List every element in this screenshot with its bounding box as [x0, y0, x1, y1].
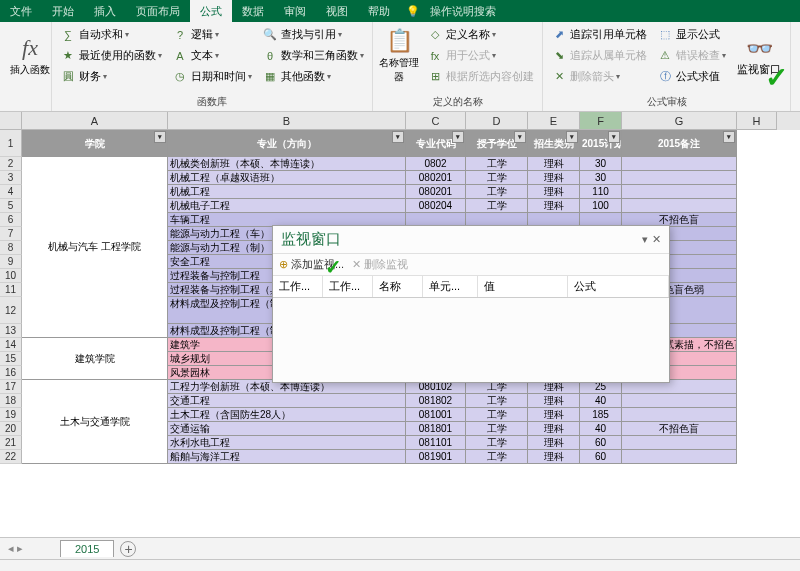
- filter-button[interactable]: ▾: [154, 131, 166, 143]
- select-all-corner[interactable]: [0, 112, 22, 130]
- add-sheet-button[interactable]: +: [120, 541, 136, 557]
- data-cell[interactable]: 60: [580, 450, 622, 464]
- data-cell[interactable]: 工学: [466, 408, 528, 422]
- col-header-H[interactable]: H: [737, 112, 777, 130]
- data-cell[interactable]: 理科: [528, 422, 580, 436]
- data-cell[interactable]: 30: [580, 171, 622, 185]
- tab-layout[interactable]: 页面布局: [126, 0, 190, 22]
- filter-button[interactable]: ▾: [566, 131, 578, 143]
- data-cell[interactable]: 交通运输: [168, 422, 406, 436]
- row-header[interactable]: 3: [0, 171, 22, 185]
- data-cell[interactable]: 机械电子工程: [168, 199, 406, 213]
- other-button[interactable]: ▦其他函数▾: [260, 66, 366, 87]
- data-cell[interactable]: [622, 394, 737, 408]
- row-header[interactable]: 20: [0, 422, 22, 436]
- header-F[interactable]: 2015计划▾: [580, 130, 622, 157]
- watch-col-sheet[interactable]: 工作...: [323, 276, 373, 297]
- data-cell[interactable]: 理科: [528, 408, 580, 422]
- row-header[interactable]: 22: [0, 450, 22, 464]
- tab-insert[interactable]: 插入: [84, 0, 126, 22]
- watch-col-formula[interactable]: 公式: [568, 276, 669, 297]
- row-header[interactable]: 11: [0, 283, 22, 297]
- row-header[interactable]: 7: [0, 227, 22, 241]
- tab-review[interactable]: 审阅: [274, 0, 316, 22]
- lookup-button[interactable]: 🔍查找与引用▾: [260, 24, 366, 45]
- data-cell[interactable]: [622, 157, 737, 171]
- data-cell[interactable]: 40: [580, 422, 622, 436]
- col-header-D[interactable]: D: [466, 112, 528, 130]
- recent-button[interactable]: ★最近使用的函数▾: [58, 45, 164, 66]
- filter-button[interactable]: ▾: [608, 131, 620, 143]
- dropdown-icon[interactable]: ▾: [642, 233, 648, 246]
- use-formula-button[interactable]: fx用于公式▾: [425, 45, 536, 66]
- data-cell[interactable]: 工学: [466, 450, 528, 464]
- data-cell[interactable]: 工学: [466, 185, 528, 199]
- close-icon[interactable]: ✕: [652, 233, 661, 246]
- filter-button[interactable]: ▾: [392, 131, 404, 143]
- trace-dep-button[interactable]: ⬊追踪从属单元格: [549, 45, 649, 66]
- filter-button[interactable]: ▾: [514, 131, 526, 143]
- autosum-button[interactable]: ∑自动求和▾: [58, 24, 164, 45]
- header-G[interactable]: 2015备注▾: [622, 130, 737, 157]
- college-cell[interactable]: 建筑学院: [22, 338, 168, 380]
- row-header[interactable]: 4: [0, 185, 22, 199]
- row-header[interactable]: 19: [0, 408, 22, 422]
- data-cell[interactable]: 交通工程: [168, 394, 406, 408]
- data-cell[interactable]: 理科: [528, 171, 580, 185]
- watch-col-name[interactable]: 名称: [373, 276, 423, 297]
- remove-arrows-button[interactable]: ✕删除箭头▾: [549, 66, 649, 87]
- data-cell[interactable]: 理科: [528, 436, 580, 450]
- create-sel-button[interactable]: ⊞根据所选内容创建: [425, 66, 536, 87]
- trace-prec-button[interactable]: ⬈追踪引用单元格: [549, 24, 649, 45]
- data-cell[interactable]: 60: [580, 436, 622, 450]
- col-header-B[interactable]: B: [168, 112, 406, 130]
- name-manager-button[interactable]: 📋 名称管理器: [379, 24, 419, 88]
- row-header[interactable]: 6: [0, 213, 22, 227]
- data-cell[interactable]: 理科: [528, 450, 580, 464]
- watch-col-value[interactable]: 值: [478, 276, 568, 297]
- row-header[interactable]: 17: [0, 380, 22, 394]
- delete-watch-button[interactable]: ✕ 删除监视: [352, 257, 408, 272]
- row-header[interactable]: 2: [0, 157, 22, 171]
- row-header[interactable]: 10: [0, 269, 22, 283]
- data-cell[interactable]: 土木工程（含国防生28人）: [168, 408, 406, 422]
- data-cell[interactable]: 理科: [528, 199, 580, 213]
- datetime-button[interactable]: ◷日期和时间▾: [170, 66, 254, 87]
- row-header[interactable]: 16: [0, 366, 22, 380]
- logical-button[interactable]: ?逻辑▾: [170, 24, 254, 45]
- data-cell[interactable]: 081802: [406, 394, 466, 408]
- data-cell[interactable]: 185: [580, 408, 622, 422]
- college-cell[interactable]: 机械与汽车 工程学院: [22, 157, 168, 338]
- data-cell[interactable]: 080204: [406, 199, 466, 213]
- row-header[interactable]: 21: [0, 436, 22, 450]
- data-cell[interactable]: [622, 185, 737, 199]
- data-cell[interactable]: 工学: [466, 422, 528, 436]
- header-B[interactable]: 专业（方向）▾: [168, 130, 406, 157]
- row-header[interactable]: 13: [0, 324, 22, 338]
- row-header[interactable]: 12: [0, 297, 22, 324]
- data-cell[interactable]: 工学: [466, 157, 528, 171]
- financial-button[interactable]: 圓财务▾: [58, 66, 164, 87]
- data-cell[interactable]: [622, 171, 737, 185]
- col-header-C[interactable]: C: [406, 112, 466, 130]
- row-header[interactable]: 9: [0, 255, 22, 269]
- insert-function-button[interactable]: fx 插入函数: [6, 24, 54, 88]
- tab-data[interactable]: 数据: [232, 0, 274, 22]
- college-cell[interactable]: 土木与交通学院: [22, 380, 168, 464]
- define-name-button[interactable]: ◇定义名称▾: [425, 24, 536, 45]
- filter-button[interactable]: ▾: [723, 131, 735, 143]
- data-cell[interactable]: 工学: [466, 436, 528, 450]
- data-cell[interactable]: 0802: [406, 157, 466, 171]
- data-cell[interactable]: 理科: [528, 157, 580, 171]
- row-header[interactable]: 18: [0, 394, 22, 408]
- data-cell[interactable]: 081101: [406, 436, 466, 450]
- data-cell[interactable]: [622, 199, 737, 213]
- data-cell[interactable]: 机械类创新班（本硕、本博连读）: [168, 157, 406, 171]
- error-check-button[interactable]: ⚠错误检查▾: [655, 45, 728, 66]
- data-cell[interactable]: 110: [580, 185, 622, 199]
- data-cell[interactable]: 船舶与海洋工程: [168, 450, 406, 464]
- row-header[interactable]: 1: [0, 130, 22, 157]
- col-header-A[interactable]: A: [22, 112, 168, 130]
- eval-formula-button[interactable]: ⓕ公式求值: [655, 66, 728, 87]
- data-cell[interactable]: 机械工程: [168, 185, 406, 199]
